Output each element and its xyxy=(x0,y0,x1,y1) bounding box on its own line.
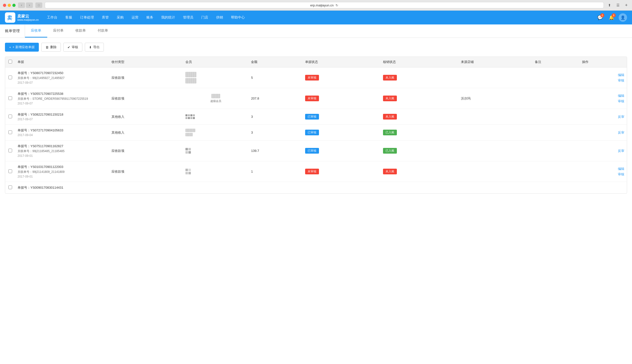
reload-icon[interactable]: ↻ xyxy=(336,4,338,7)
doc-status-badge: 未审核 xyxy=(305,96,319,101)
row-checkbox[interactable] xyxy=(9,114,12,118)
logo-text-block: 卖家云 www.maijiayun.cn xyxy=(17,14,39,21)
audit-link[interactable]: 审核 xyxy=(618,172,624,176)
pay-type-cell: 应收款项 xyxy=(109,140,183,161)
doc-date: 2017-09-07 xyxy=(18,102,107,105)
browser-nav-buttons: ‹ › xyxy=(18,2,33,8)
svg-text:卖: 卖 xyxy=(7,15,12,20)
doc-cell: 单据号：YS0727170904105633 2017-09-04 xyxy=(15,125,109,140)
minimize-button[interactable] xyxy=(8,4,11,7)
nav-warehouse[interactable]: 库管 xyxy=(98,14,112,21)
nav-workbench[interactable]: 工作台 xyxy=(44,14,61,21)
doc-cell: 单据号：YS0103170901122003 关联单号：99|21141809_… xyxy=(15,161,109,182)
nav-help[interactable]: 帮助中心 xyxy=(228,14,248,21)
row-checkbox[interactable] xyxy=(9,130,12,134)
delete-button[interactable]: 🗑 删除 xyxy=(41,43,61,52)
content-area: + + 新增应收单据 🗑 删除 ✔ 审核 ⬇ 导出 单据 收付类型 xyxy=(0,38,632,364)
source-store-cell xyxy=(459,140,532,161)
avatar-icon: 👤 xyxy=(620,15,625,20)
nav-accounting[interactable]: 账务 xyxy=(143,14,157,21)
verify-status-cell: 未入账 xyxy=(380,68,459,88)
nav-admin[interactable]: 管理员 xyxy=(179,14,197,21)
reverse-audit-link[interactable]: 反审 xyxy=(618,149,624,153)
edit-link[interactable]: 编辑 xyxy=(618,73,624,77)
nav-operations[interactable]: 运营 xyxy=(128,14,142,21)
doc-cell: 单据号：YS0807170907232450 关联单号：99|21495927_… xyxy=(15,68,109,88)
edit-link[interactable]: 编辑 xyxy=(618,167,624,171)
forward-button[interactable]: › xyxy=(26,2,33,8)
doc-status-cell: 未审核 xyxy=(303,88,380,109)
audit-link[interactable]: 审核 xyxy=(618,78,624,83)
related-number: 关联单号：99|21141809_21141809 xyxy=(18,170,107,174)
verify-status-badge: 未入账 xyxy=(383,96,397,101)
row-checkbox[interactable] xyxy=(9,149,12,152)
logo-subtitle: www.maijiayun.cn xyxy=(17,18,39,21)
pay-type-cell: 应收款项 xyxy=(109,88,183,109)
source-store-cell xyxy=(459,109,532,125)
tab-receivable[interactable]: 应收单 xyxy=(25,24,47,38)
tab-payment[interactable]: 付款单 xyxy=(92,24,114,38)
tab-receipt[interactable]: 收款单 xyxy=(70,24,92,38)
audit-button[interactable]: ✔ 审核 xyxy=(63,43,82,52)
data-table: 单据 收付类型 会员 金额 单据状态 核销状态 来源店铺 备注 操作 xyxy=(5,56,627,194)
reverse-audit-link[interactable]: 反审 xyxy=(618,114,624,119)
doc-number: 单据号：YS0090170830114431 xyxy=(18,186,107,190)
col-pay-type: 收付类型 xyxy=(109,57,183,68)
user-avatar[interactable]: 👤 xyxy=(619,13,627,22)
verify-status-badge: 未入账 xyxy=(383,169,397,174)
messages-button[interactable]: 💬 0 xyxy=(596,13,604,22)
address-bar[interactable]: erp.maijiayun.cn ↻ xyxy=(45,2,604,8)
col-source-store: 来源店铺 xyxy=(459,57,532,68)
audit-link[interactable]: 审核 xyxy=(618,99,624,104)
logo-icon: 卖 xyxy=(5,12,15,23)
row-checkbox[interactable] xyxy=(9,96,12,100)
doc-number: 单据号：YS0103170901122003 xyxy=(18,165,107,169)
verify-status-cell: 已入账 xyxy=(380,125,459,140)
row-checkbox[interactable] xyxy=(9,170,12,173)
row-checkbox[interactable] xyxy=(9,186,12,189)
nav-statistics[interactable]: 我的统计 xyxy=(158,14,178,21)
notifications-button[interactable]: 🔔 8 xyxy=(607,13,616,22)
close-button[interactable] xyxy=(3,4,6,7)
new-tab-button[interactable]: + xyxy=(623,2,629,8)
logo: 卖 卖家云 www.maijiayun.cn xyxy=(5,12,39,23)
nav-purchase[interactable]: 采购 xyxy=(113,14,127,21)
nav-supply[interactable]: 供销 xyxy=(213,14,227,21)
add-receivable-button[interactable]: + + 新增应收单据 xyxy=(5,43,39,52)
export-icon: ⬇ xyxy=(89,46,92,49)
verify-status-badge: 已入账 xyxy=(383,148,397,154)
remark-cell xyxy=(532,161,580,182)
amount-cell: 3 xyxy=(249,125,302,140)
header-right: 💬 0 🔔 8 👤 xyxy=(596,13,627,22)
source-store-cell xyxy=(459,125,532,140)
sidebar-icon[interactable]: ☰ xyxy=(615,2,621,8)
source-store-cell xyxy=(459,182,532,194)
table-row: 单据号：YS0807170907232450 关联单号：99|21495927_… xyxy=(5,68,627,88)
nav-customer[interactable]: 客服 xyxy=(62,14,76,21)
edit-link[interactable]: 编辑 xyxy=(618,94,624,98)
notifications-badge: 8 xyxy=(612,13,616,17)
maximize-button[interactable] xyxy=(12,4,16,7)
pay-type-cell: 其他收入 xyxy=(109,125,183,140)
share-icon[interactable]: ⬆ xyxy=(606,2,613,8)
actions-cell: 编辑 审核 xyxy=(580,68,627,88)
tab-payable[interactable]: 应付单 xyxy=(47,24,70,38)
doc-cell: 单据号：YS0557170907225538 关联单号：STORE_ORDER5… xyxy=(15,88,109,109)
export-button[interactable]: ⬇ 导出 xyxy=(85,43,104,52)
row-checkbox[interactable] xyxy=(9,76,12,79)
related-number: 关联单号：STORE_ORDER59079591170907225519 xyxy=(18,97,107,101)
doc-status-badge: 未审核 xyxy=(305,169,319,174)
verify-status-badge: 未入账 xyxy=(383,114,397,120)
amount-cell: 139.7 xyxy=(249,140,302,161)
amount-cell: 207.8 xyxy=(249,88,302,109)
nav-orders[interactable]: 订单处理 xyxy=(77,14,97,21)
pay-type-cell: 其他收入 xyxy=(109,109,183,125)
delete-label: 删除 xyxy=(50,45,57,50)
reverse-audit-link[interactable]: 反审 xyxy=(618,130,624,135)
back-button[interactable]: ‹ xyxy=(18,2,25,8)
source-store-cell xyxy=(459,68,532,88)
select-all-checkbox[interactable] xyxy=(9,60,12,64)
table-row: 单据号：YS0090170830114431 xyxy=(5,182,627,194)
nav-store[interactable]: 门店 xyxy=(198,14,212,21)
window-mode-button[interactable]: □ xyxy=(35,2,42,8)
